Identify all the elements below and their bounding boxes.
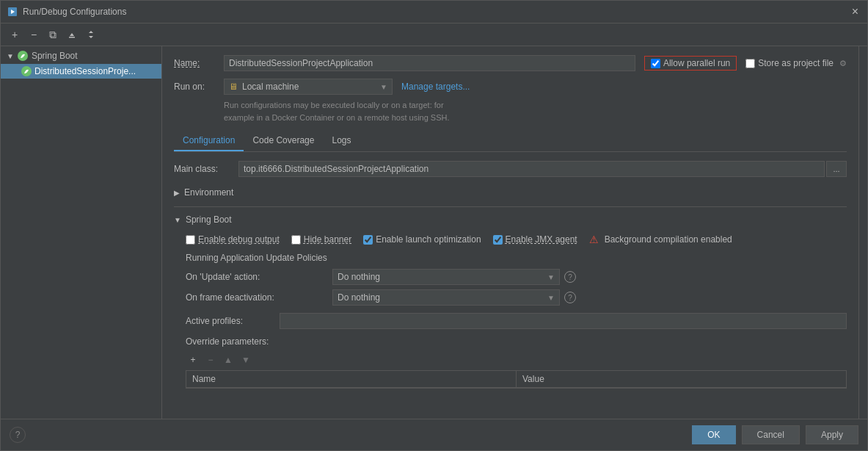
remove-config-button[interactable]: −: [26, 26, 42, 43]
spring-boot-section-header[interactable]: ▼ Spring Boot: [174, 212, 847, 228]
sidebar-item-label: DistributedSessionProje...: [34, 66, 136, 76]
run-debug-icon: [7, 6, 18, 18]
update-policies-title: Running Application Update Policies: [186, 253, 847, 263]
run-on-label: Run on:: [174, 82, 218, 92]
bottom-left: ?: [10, 427, 26, 443]
chevron-down-icon: ▼: [7, 52, 14, 60]
spring-boot-section-content: Enable debug output Hide banner Enable l…: [186, 234, 847, 389]
update-policies: Running Application Update Policies On '…: [186, 253, 847, 306]
sidebar-group-label: Spring Boot: [32, 51, 78, 61]
override-down-button[interactable]: ▼: [238, 353, 253, 367]
store-as-project-file-row: Store as project file ⚙: [745, 58, 847, 68]
title-bar-left: Run/Debug Configurations: [7, 6, 126, 18]
separator: [174, 206, 847, 207]
sort-config-button[interactable]: [83, 26, 99, 43]
main-class-input[interactable]: [238, 161, 825, 177]
override-add-button[interactable]: +: [186, 353, 200, 367]
on-update-row: On 'Update' action: Do nothing ▼ ?: [186, 269, 847, 285]
environment-section-header[interactable]: ▶ Environment: [174, 184, 847, 201]
tabs: Configuration Code Coverage Logs: [174, 131, 847, 152]
gear-icon: ⚙: [839, 59, 847, 68]
ok-button[interactable]: OK: [692, 425, 735, 444]
title-bar: Run/Debug Configurations ×: [1, 1, 867, 24]
svg-marker-2: [70, 33, 74, 36]
tab-logs[interactable]: Logs: [323, 131, 360, 151]
run-on-select[interactable]: 🖥 Local machine ▼: [224, 79, 393, 95]
active-profiles-input[interactable]: [280, 313, 847, 329]
store-as-project-file-label[interactable]: Store as project file: [758, 58, 834, 68]
run-on-value: Local machine: [242, 82, 380, 92]
chevron-down-icon: ▼: [547, 294, 555, 302]
cancel-button[interactable]: Cancel: [742, 425, 800, 444]
enable-jmx-checkbox[interactable]: [493, 235, 503, 245]
hide-banner-label[interactable]: Hide banner: [304, 234, 351, 245]
main-class-label: Main class:: [174, 164, 233, 174]
scrollbar[interactable]: [858, 46, 867, 419]
enable-jmx-label[interactable]: Enable JMX agent: [506, 234, 577, 245]
allow-parallel-run-box: Allow parallel run: [644, 56, 737, 71]
help-button[interactable]: ?: [10, 427, 26, 443]
allow-parallel-run-checkbox[interactable]: [651, 59, 660, 68]
main-class-row: Main class: ...: [174, 161, 847, 177]
on-frame-row: On frame deactivation: Do nothing ▼ ?: [186, 289, 847, 306]
enable-debug-checkbox[interactable]: [186, 235, 195, 245]
store-as-project-file-checkbox[interactable]: [745, 59, 755, 68]
on-update-select[interactable]: Do nothing ▼: [332, 269, 560, 285]
computer-icon: 🖥: [229, 82, 238, 92]
enable-debug-item: Enable debug output: [186, 234, 280, 245]
chevron-right-icon: ▶: [174, 189, 180, 197]
allow-parallel-run-label[interactable]: Allow parallel run: [663, 58, 730, 68]
override-up-button[interactable]: ▲: [221, 353, 236, 367]
bottom-bar: ? OK Cancel Apply: [1, 419, 867, 450]
tab-code-coverage[interactable]: Code Coverage: [244, 131, 323, 151]
override-toolbar: + − ▲ ▼: [186, 353, 847, 367]
enable-launch-opt-item: Enable launch optimization: [363, 234, 481, 245]
name-input[interactable]: [224, 55, 635, 71]
on-update-value: Do nothing: [338, 272, 547, 282]
svg-marker-4: [89, 31, 93, 33]
enable-jmx-item: Enable JMX agent: [493, 234, 577, 245]
active-profiles-label: Active profiles:: [186, 316, 274, 326]
svg-marker-5: [89, 36, 93, 38]
tab-configuration[interactable]: Configuration: [174, 131, 244, 151]
enable-launch-opt-checkbox[interactable]: [363, 235, 373, 245]
add-config-button[interactable]: +: [7, 26, 23, 43]
manage-targets-link[interactable]: Manage targets...: [401, 82, 470, 92]
on-frame-help-icon[interactable]: ?: [564, 292, 576, 303]
enable-launch-opt-label[interactable]: Enable launch optimization: [376, 234, 481, 245]
chevron-down-icon: ▼: [174, 216, 181, 224]
main-class-browse-button[interactable]: ...: [826, 161, 847, 177]
spring-boot-checkboxes: Enable debug output Hide banner Enable l…: [186, 234, 847, 245]
on-frame-select[interactable]: Do nothing ▼: [332, 289, 560, 306]
copy-config-button[interactable]: ⧉: [45, 26, 61, 43]
config-item-icon: [21, 66, 32, 76]
chevron-down-icon: ▼: [380, 83, 387, 91]
table-header: Name Value: [186, 371, 846, 388]
warning-icon: ⚠: [589, 234, 599, 245]
sidebar-item-distributed-session[interactable]: DistributedSessionProje...: [1, 64, 161, 79]
main-content: ▼ Spring Boot: [1, 46, 867, 419]
apply-button[interactable]: Apply: [806, 425, 858, 444]
hide-banner-checkbox[interactable]: [291, 235, 301, 245]
sidebar: ▼ Spring Boot: [1, 46, 162, 419]
run-on-description: Run configurations may be executed local…: [224, 99, 847, 123]
table-col-value-header: Value: [517, 371, 846, 387]
override-parameters-label: Override parameters:: [186, 336, 847, 347]
spring-boot-section-label: Spring Boot: [186, 214, 232, 225]
run-on-row: Run on: 🖥 Local machine ▼ Manage targets…: [174, 79, 847, 95]
override-parameters-section: Override parameters: + − ▲ ▼ Name Value: [186, 336, 847, 389]
enable-debug-label[interactable]: Enable debug output: [198, 234, 280, 245]
sidebar-group-header-spring-boot[interactable]: ▼ Spring Boot: [1, 48, 161, 64]
spring-icon: [18, 51, 28, 61]
bottom-right: OK Cancel Apply: [692, 425, 858, 444]
on-update-label: On 'Update' action:: [186, 272, 332, 282]
override-remove-button[interactable]: −: [203, 353, 218, 367]
close-button[interactable]: ×: [849, 4, 861, 20]
on-frame-label: On frame deactivation:: [186, 292, 332, 303]
background-compilation-label: Background compilation enabled: [605, 234, 732, 245]
config-panel: Name: Allow parallel run Store as projec…: [162, 46, 858, 419]
chevron-down-icon: ▼: [547, 273, 555, 281]
name-row: Name: Allow parallel run Store as projec…: [174, 55, 847, 71]
move-config-button[interactable]: [64, 26, 80, 43]
on-update-help-icon[interactable]: ?: [564, 271, 576, 283]
